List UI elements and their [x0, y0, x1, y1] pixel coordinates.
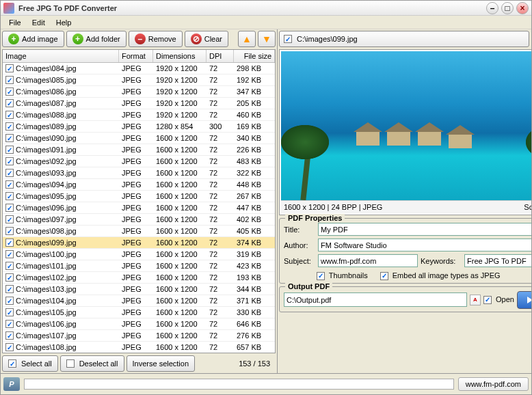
- table-row[interactable]: C:\images\102.jpgJPEG1600 x 120072193 KB: [3, 272, 275, 284]
- subject-label: Subject:: [284, 257, 315, 265]
- arrow-up-icon: ▲: [242, 33, 252, 44]
- check-icon: [284, 35, 292, 43]
- table-row[interactable]: C:\images\099.jpgJPEG1600 x 120072374 KB: [3, 237, 275, 249]
- subject-input[interactable]: [318, 254, 418, 267]
- row-checkbox[interactable]: [5, 99, 14, 107]
- row-checkbox[interactable]: [5, 285, 14, 293]
- window-title: Free JPG To PDF Converter: [18, 4, 483, 12]
- open-checkbox[interactable]: Open: [483, 295, 514, 304]
- inverse-selection-button[interactable]: Inverse selection: [127, 355, 196, 372]
- paypal-logo[interactable]: P: [3, 377, 20, 391]
- table-row[interactable]: C:\images\095.jpgJPEG1600 x 120072267 KB: [3, 191, 275, 202]
- row-checkbox[interactable]: [5, 331, 14, 340]
- row-checkbox[interactable]: [5, 239, 14, 247]
- row-checkbox[interactable]: [5, 87, 14, 96]
- row-checkbox[interactable]: [5, 297, 14, 305]
- play-icon: [527, 297, 532, 303]
- file-table[interactable]: Image Format Dimensions DPI File size C:…: [2, 49, 276, 353]
- clear-button[interactable]: ⊘Clear: [185, 31, 228, 47]
- row-checkbox[interactable]: [5, 76, 14, 84]
- row-checkbox[interactable]: [5, 146, 14, 154]
- uncheck-icon: [66, 359, 75, 368]
- table-row[interactable]: C:\images\105.jpgJPEG1600 x 120072330 KB: [3, 307, 275, 318]
- start-button[interactable]: Start: [517, 291, 532, 309]
- table-row[interactable]: C:\images\101.jpgJPEG1600 x 120072423 KB: [3, 260, 275, 272]
- website-link[interactable]: www.fm-pdf.com: [458, 377, 529, 391]
- group-title: Output PDF: [285, 282, 332, 290]
- row-checkbox[interactable]: [5, 343, 14, 351]
- preview-info-left: 1600 x 1200 | 24 BPP | JPEG: [284, 203, 382, 211]
- thumbnails-checkbox[interactable]: Thumbnails: [317, 271, 368, 280]
- table-row[interactable]: C:\images\104.jpgJPEG1600 x 120072371 KB: [3, 295, 275, 307]
- row-checkbox[interactable]: [5, 64, 14, 72]
- table-row[interactable]: C:\images\086.jpgJPEG1920 x 120072347 KB: [3, 86, 275, 98]
- move-down-button[interactable]: ▼: [258, 31, 276, 47]
- preview-toolbar: C:\images\099.jpg ◀ ▶: [279, 31, 532, 47]
- table-header: Image Format Dimensions DPI File size: [3, 50, 275, 63]
- table-row[interactable]: C:\images\092.jpgJPEG1600 x 120072483 KB: [3, 156, 275, 167]
- table-row[interactable]: C:\images\089.jpgJPEG1280 x 854300169 KB: [3, 121, 275, 133]
- row-checkbox[interactable]: [5, 157, 14, 165]
- item-count: 153 / 153: [239, 359, 270, 368]
- table-row[interactable]: C:\images\091.jpgJPEG1600 x 120072226 KB: [3, 144, 275, 156]
- pdf-icon[interactable]: A: [470, 295, 481, 305]
- row-checkbox[interactable]: [5, 134, 14, 142]
- row-checkbox[interactable]: [5, 180, 14, 189]
- keywords-input[interactable]: [464, 254, 532, 267]
- row-checkbox[interactable]: [5, 262, 14, 270]
- app-icon: [3, 3, 14, 14]
- table-row[interactable]: C:\images\094.jpgJPEG1600 x 120072448 KB: [3, 179, 275, 191]
- preview-image: [281, 51, 532, 200]
- table-row[interactable]: C:\images\090.jpgJPEG1600 x 120072340 KB: [3, 133, 275, 144]
- output-path-input[interactable]: [284, 292, 467, 307]
- row-checkbox[interactable]: [5, 111, 14, 119]
- table-row[interactable]: C:\images\088.jpgJPEG1920 x 120072460 KB: [3, 109, 275, 121]
- group-title: PDF Properties: [285, 214, 345, 222]
- row-checkbox[interactable]: [5, 192, 14, 200]
- move-up-button[interactable]: ▲: [238, 31, 256, 47]
- table-row[interactable]: C:\images\087.jpgJPEG1920 x 120072205 KB: [3, 98, 275, 109]
- row-checkbox[interactable]: [5, 215, 14, 223]
- table-row[interactable]: C:\images\103.jpgJPEG1600 x 120072344 KB: [3, 284, 275, 295]
- header-size[interactable]: File size: [234, 50, 275, 62]
- table-row[interactable]: C:\images\084.jpgJPEG1920 x 120072298 KB: [3, 63, 275, 74]
- add-folder-button[interactable]: +Add folder: [66, 31, 127, 47]
- table-row[interactable]: C:\images\106.jpgJPEG1600 x 120072646 KB: [3, 318, 275, 330]
- title-input[interactable]: [318, 223, 532, 236]
- preview-info-bar: 1600 x 1200 | 24 BPP | JPEG Scale: 21 %: [281, 200, 532, 213]
- row-checkbox[interactable]: [5, 320, 14, 328]
- table-row[interactable]: C:\images\093.jpgJPEG1600 x 120072322 KB: [3, 167, 275, 179]
- select-all-button[interactable]: Select all: [2, 355, 58, 372]
- row-checkbox[interactable]: [5, 122, 14, 131]
- minimize-button[interactable]: –: [486, 2, 498, 14]
- table-row[interactable]: C:\images\108.jpgJPEG1600 x 120072657 KB: [3, 342, 275, 353]
- menu-edit[interactable]: Edit: [27, 17, 51, 28]
- menu-help[interactable]: Help: [51, 17, 77, 28]
- embed-jpeg-checkbox[interactable]: Embed all image types as JPEG: [380, 271, 501, 280]
- table-row[interactable]: C:\images\085.jpgJPEG1920 x 120072192 KB: [3, 74, 275, 86]
- maximize-button[interactable]: □: [501, 2, 514, 14]
- author-input[interactable]: [318, 239, 532, 251]
- row-checkbox[interactable]: [5, 308, 14, 316]
- header-image[interactable]: Image: [3, 50, 119, 62]
- close-button[interactable]: ×: [516, 2, 529, 14]
- check-icon: [380, 272, 388, 280]
- header-dimensions[interactable]: Dimensions: [153, 50, 207, 62]
- table-row[interactable]: C:\images\100.jpgJPEG1600 x 120072319 KB: [3, 249, 275, 260]
- table-row[interactable]: C:\images\098.jpgJPEG1600 x 120072405 KB: [3, 226, 275, 237]
- clear-icon: ⊘: [191, 33, 202, 44]
- header-dpi[interactable]: DPI: [207, 50, 234, 62]
- row-checkbox[interactable]: [5, 227, 14, 235]
- add-image-button[interactable]: +Add image: [2, 31, 64, 47]
- deselect-all-button[interactable]: Deselect all: [60, 355, 124, 372]
- table-row[interactable]: C:\images\097.jpgJPEG1600 x 120072402 KB: [3, 214, 275, 226]
- row-checkbox[interactable]: [5, 204, 14, 212]
- table-row[interactable]: C:\images\096.jpgJPEG1600 x 120072447 KB: [3, 202, 275, 214]
- header-format[interactable]: Format: [119, 50, 153, 62]
- table-row[interactable]: C:\images\107.jpgJPEG1600 x 120072276 KB: [3, 330, 275, 342]
- row-checkbox[interactable]: [5, 273, 14, 282]
- row-checkbox[interactable]: [5, 169, 14, 177]
- row-checkbox[interactable]: [5, 250, 14, 258]
- menu-file[interactable]: File: [3, 17, 27, 28]
- remove-button[interactable]: –Remove: [129, 31, 183, 47]
